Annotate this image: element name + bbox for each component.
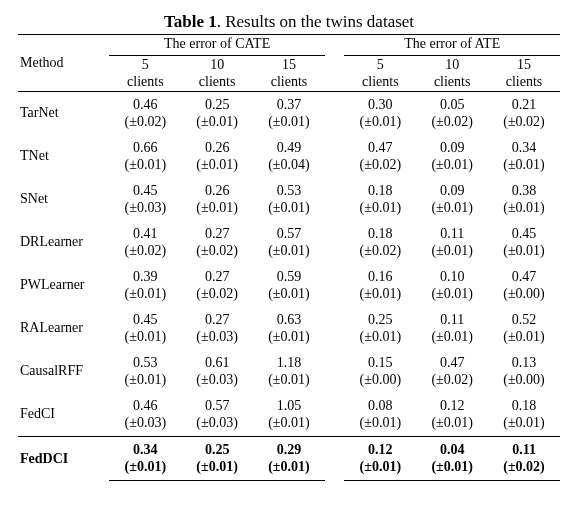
value-cell: 0.53 [109,350,181,372]
table-row: RALearner0.450.270.630.250.110.52 [18,307,560,329]
value-cell: 0.27 [181,307,253,329]
error-cell: (±0.01) [253,414,325,436]
value-cell: 0.11 [488,436,560,458]
method-name: CausalRFF [18,350,109,393]
error-cell: (±0.01) [181,113,253,135]
error-cell: (±0.02) [181,242,253,264]
value-cell: 0.41 [109,221,181,243]
value-cell: 0.34 [488,135,560,157]
error-cell: (±0.01) [416,242,488,264]
error-cell: (±0.00) [488,371,560,393]
error-cell: (±0.01) [416,156,488,178]
col-header-method: Method [18,35,109,92]
error-cell: (±0.02) [344,156,416,178]
value-cell: 0.25 [181,91,253,113]
table-title: Results on the twins dataset [225,12,414,31]
value-cell: 0.18 [344,221,416,243]
error-cell: (±0.01) [109,458,181,480]
error-cell: (±0.00) [344,371,416,393]
method-name: DRLearner [18,221,109,264]
value-cell: 0.47 [488,264,560,286]
error-cell: (±0.02) [488,113,560,135]
error-cell: (±0.03) [109,199,181,221]
table-row: SNet0.450.260.530.180.090.38 [18,178,560,200]
error-cell: (±0.02) [181,285,253,307]
value-cell: 0.59 [253,264,325,286]
value-cell: 0.57 [253,221,325,243]
value-cell: 1.18 [253,350,325,372]
value-cell: 0.21 [488,91,560,113]
table-row: PWLearner0.390.270.590.160.100.47 [18,264,560,286]
method-name: FedCI [18,393,109,437]
error-cell: (±0.01) [488,242,560,264]
table-row: DRLearner0.410.270.570.180.110.45 [18,221,560,243]
value-cell: 0.09 [416,178,488,200]
error-cell: (±0.01) [181,156,253,178]
error-cell: (±0.02) [109,242,181,264]
error-cell: (±0.01) [253,371,325,393]
value-cell: 0.39 [109,264,181,286]
value-cell: 0.52 [488,307,560,329]
error-cell: (±0.01) [109,371,181,393]
value-cell: 0.10 [416,264,488,286]
col-group-ate: The error of ATE [344,35,560,56]
error-cell: (±0.01) [253,458,325,480]
table-caption: Table 1. Results on the twins dataset [18,12,560,32]
method-name: SNet [18,178,109,221]
method-name: PWLearner [18,264,109,307]
value-cell: 0.15 [344,350,416,372]
value-cell: 0.27 [181,221,253,243]
error-cell: (±0.01) [253,328,325,350]
error-cell: (±0.01) [416,414,488,436]
value-cell: 0.29 [253,436,325,458]
error-cell: (±0.04) [253,156,325,178]
value-cell: 0.34 [109,436,181,458]
error-cell: (±0.01) [344,458,416,480]
value-cell: 0.37 [253,91,325,113]
value-cell: 0.26 [181,178,253,200]
error-cell: (±0.03) [181,328,253,350]
value-cell: 0.47 [416,350,488,372]
table-row: FedDCI0.340.250.290.120.040.11 [18,436,560,458]
error-cell: (±0.01) [488,156,560,178]
error-cell: (±0.03) [109,414,181,436]
table-row: TarNet0.460.250.370.300.050.21 [18,91,560,113]
method-name: FedDCI [18,436,109,480]
value-cell: 0.09 [416,135,488,157]
method-name: TNet [18,135,109,178]
value-cell: 0.18 [344,178,416,200]
col-header: 5 [344,55,416,73]
col-header: clients [416,73,488,91]
value-cell: 0.46 [109,91,181,113]
error-cell: (±0.01) [181,458,253,480]
value-cell: 0.12 [416,393,488,415]
value-cell: 0.26 [181,135,253,157]
col-group-cate: The error of CATE [109,35,324,56]
value-cell: 0.47 [344,135,416,157]
value-cell: 0.63 [253,307,325,329]
error-cell: (±0.01) [416,328,488,350]
value-cell: 0.57 [181,393,253,415]
results-table: Method The error of CATE The error of AT… [18,34,560,481]
error-cell: (±0.02) [416,113,488,135]
value-cell: 0.45 [109,178,181,200]
error-cell: (±0.01) [109,156,181,178]
table-row: FedCI0.460.571.050.080.120.18 [18,393,560,415]
error-cell: (±0.01) [416,285,488,307]
error-cell: (±0.03) [181,414,253,436]
error-cell: (±0.01) [253,199,325,221]
value-cell: 0.45 [109,307,181,329]
error-cell: (±0.02) [488,458,560,480]
error-cell: (±0.01) [181,199,253,221]
value-cell: 0.11 [416,307,488,329]
value-cell: 0.12 [344,436,416,458]
error-cell: (±0.01) [344,199,416,221]
error-cell: (±0.01) [344,113,416,135]
col-header: clients [109,73,181,91]
value-cell: 0.30 [344,91,416,113]
value-cell: 0.04 [416,436,488,458]
value-cell: 0.49 [253,135,325,157]
error-cell: (±0.01) [344,285,416,307]
value-cell: 0.25 [344,307,416,329]
table-label: Table 1 [164,12,217,31]
